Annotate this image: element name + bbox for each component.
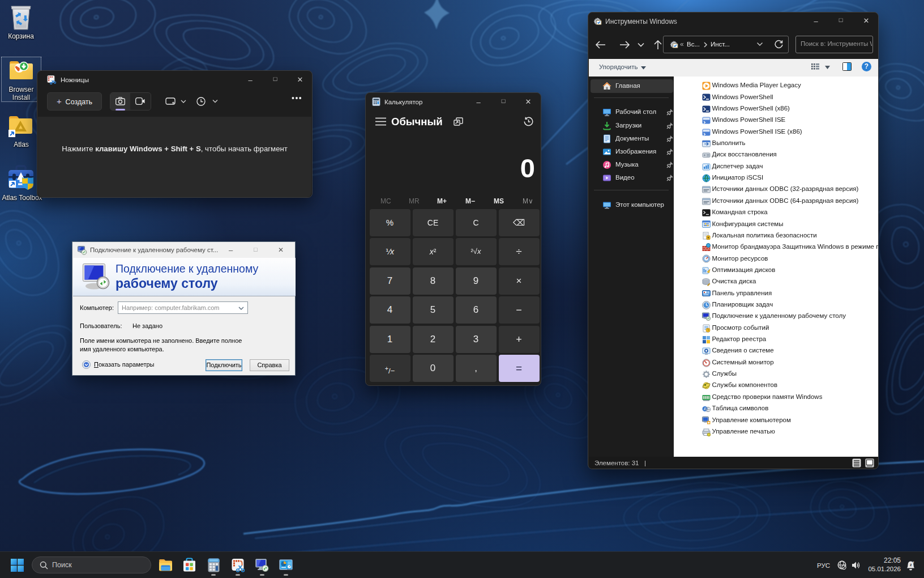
svg-text:z: z [913, 560, 914, 564]
svg-text:z: z [910, 563, 912, 567]
